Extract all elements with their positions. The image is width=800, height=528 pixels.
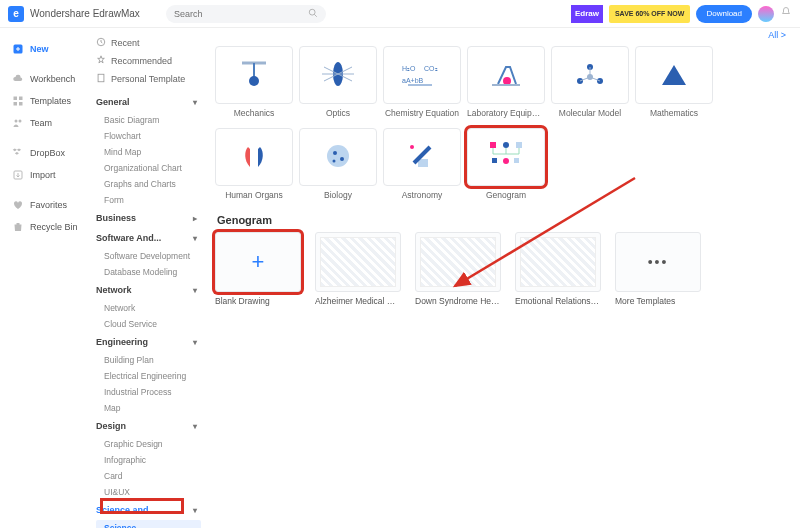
download-button[interactable]: Download bbox=[696, 5, 752, 23]
cat-top-recent[interactable]: Recent bbox=[96, 34, 201, 52]
svg-rect-40 bbox=[490, 142, 496, 148]
category-business[interactable]: Business▸ bbox=[96, 208, 201, 228]
tile-chemistry-equation[interactable]: H₂OCO₂aA+bBChemistry Equation bbox=[383, 46, 461, 118]
tile-box[interactable] bbox=[215, 128, 293, 186]
svg-point-48 bbox=[503, 158, 509, 164]
sidebar-item-favorites[interactable]: Favorites bbox=[12, 194, 90, 216]
subcategory-organizational-chart[interactable]: Organizational Chart bbox=[96, 160, 201, 176]
tile-box[interactable]: H₂OCO₂aA+bB bbox=[383, 46, 461, 104]
subcategory-software-development[interactable]: Software Development bbox=[96, 248, 201, 264]
subcategory-infographic[interactable]: Infographic bbox=[96, 452, 201, 468]
tile-box[interactable] bbox=[467, 46, 545, 104]
subcategory-electrical-engineering[interactable]: Electrical Engineering bbox=[96, 368, 201, 384]
subcategory-card[interactable]: Card bbox=[96, 468, 201, 484]
sidebar-item-dropbox[interactable]: DropBox bbox=[12, 142, 90, 164]
notifications-icon[interactable] bbox=[780, 6, 792, 21]
subcategory-industrial-process[interactable]: Industrial Process bbox=[96, 384, 201, 400]
molecular-model-icon bbox=[572, 59, 608, 91]
template-label: Emotional Relationship Ge... bbox=[515, 296, 601, 306]
tile-box[interactable] bbox=[467, 128, 545, 186]
tile-astronomy[interactable]: Astronomy bbox=[383, 128, 461, 200]
tile-mathematics[interactable]: Mathematics bbox=[635, 46, 713, 118]
category-engineering[interactable]: Engineering▾ bbox=[96, 332, 201, 352]
tile-label: Human Organs bbox=[215, 190, 293, 200]
sidebar-item-import[interactable]: Import bbox=[12, 164, 90, 186]
sidebar-item-label: Workbench bbox=[30, 74, 75, 84]
tile-box[interactable] bbox=[635, 46, 713, 104]
sidebar-item-recycle-bin[interactable]: Recycle Bin bbox=[12, 216, 90, 238]
sidebar-item-workbench[interactable]: Workbench bbox=[12, 68, 90, 90]
template-emotional-relationship-ge-[interactable]: Emotional Relationship Ge... bbox=[515, 232, 601, 306]
template-blank-drawing[interactable]: +Blank Drawing bbox=[215, 232, 301, 306]
tile-box[interactable] bbox=[299, 128, 377, 186]
cat-top-recommended[interactable]: Recommended bbox=[96, 52, 201, 70]
subcategory-flowchart[interactable]: Flowchart bbox=[96, 128, 201, 144]
tile-label: Mathematics bbox=[635, 108, 713, 118]
subcategory-mind-map[interactable]: Mind Map bbox=[96, 144, 201, 160]
sidebar-item-team[interactable]: Team bbox=[12, 112, 90, 134]
template-box[interactable]: + bbox=[215, 232, 301, 292]
sidebar-item-label: Recycle Bin bbox=[30, 222, 78, 232]
tile-human-organs[interactable]: Human Organs bbox=[215, 128, 293, 200]
tile-biology[interactable]: Biology bbox=[299, 128, 377, 200]
subcategory-network[interactable]: Network bbox=[96, 300, 201, 316]
category-science-and-[interactable]: Science and ...▾ bbox=[96, 500, 201, 520]
tile-label: Genogram bbox=[467, 190, 545, 200]
template-box[interactable] bbox=[315, 232, 401, 292]
subcategory-ui-ux[interactable]: UI&UX bbox=[96, 484, 201, 500]
chevron-down-icon: ▾ bbox=[193, 338, 197, 347]
subcategory-graphic-design[interactable]: Graphic Design bbox=[96, 436, 201, 452]
tile-box[interactable] bbox=[551, 46, 629, 104]
tile-genogram[interactable]: Genogram bbox=[467, 128, 545, 200]
tile-laboratory-equipm-[interactable]: Laboratory Equipm... bbox=[467, 46, 545, 118]
grid-icon bbox=[12, 95, 24, 107]
subcategory-form[interactable]: Form bbox=[96, 192, 201, 208]
template-more-templates[interactable]: •••More Templates bbox=[615, 232, 701, 306]
subcategory-graphs-and-charts[interactable]: Graphs and Charts bbox=[96, 176, 201, 192]
sidebar-item-templates[interactable]: Templates bbox=[12, 90, 90, 112]
template-box[interactable] bbox=[415, 232, 501, 292]
template-box[interactable] bbox=[515, 232, 601, 292]
subcategory-science[interactable]: Science bbox=[96, 520, 201, 528]
svg-point-23 bbox=[503, 77, 511, 85]
subcategory-map[interactable]: Map bbox=[96, 400, 201, 416]
svg-point-36 bbox=[333, 160, 336, 163]
search-input[interactable] bbox=[174, 9, 308, 19]
tile-label: Chemistry Equation bbox=[383, 108, 461, 118]
subcategory-cloud-service[interactable]: Cloud Service bbox=[96, 316, 201, 332]
category-general[interactable]: General▾ bbox=[96, 92, 201, 112]
subcategory-database-modeling[interactable]: Database Modeling bbox=[96, 264, 201, 280]
tile-box[interactable] bbox=[299, 46, 377, 104]
sidebar-item-new[interactable]: New bbox=[12, 38, 90, 60]
template-thumbnail bbox=[320, 237, 396, 287]
svg-point-33 bbox=[327, 145, 349, 167]
all-link[interactable]: All > bbox=[768, 30, 786, 40]
template-alzheimer-medical-genogr-[interactable]: Alzheimer Medical Genogr... bbox=[315, 232, 401, 306]
plus-icon bbox=[12, 43, 24, 55]
svg-text:aA+bB: aA+bB bbox=[402, 77, 424, 84]
sidebar-item-label: Templates bbox=[30, 96, 71, 106]
subcategory-basic-diagram[interactable]: Basic Diagram bbox=[96, 112, 201, 128]
template-thumbnail bbox=[520, 237, 596, 287]
template-box[interactable]: ••• bbox=[615, 232, 701, 292]
tile-box[interactable] bbox=[215, 46, 293, 104]
category-software-and-[interactable]: Software And...▾ bbox=[96, 228, 201, 248]
tile-molecular-model[interactable]: Molecular Model bbox=[551, 46, 629, 118]
category-design[interactable]: Design▾ bbox=[96, 416, 201, 436]
search-box[interactable] bbox=[166, 5, 326, 23]
template-down-syndrome-hereditary-[interactable]: Down Syndrome Hereditary... bbox=[415, 232, 501, 306]
tile-mechanics[interactable]: Mechanics bbox=[215, 46, 293, 118]
laboratory-equipm--icon bbox=[488, 59, 524, 91]
topbar: e Wondershare EdrawMax Edraw SAVE 60% OF… bbox=[0, 0, 800, 28]
category-network[interactable]: Network▾ bbox=[96, 280, 201, 300]
svg-point-35 bbox=[340, 157, 344, 161]
svg-point-14 bbox=[249, 76, 259, 86]
avatar[interactable] bbox=[758, 6, 774, 22]
promo-banner[interactable]: Edraw bbox=[571, 5, 603, 23]
tile-optics[interactable]: Optics bbox=[299, 46, 377, 118]
subcategory-building-plan[interactable]: Building Plan bbox=[96, 352, 201, 368]
promo-button[interactable]: SAVE 60% OFF NOW bbox=[609, 5, 691, 23]
cat-top-personal-template[interactable]: Personal Template bbox=[96, 70, 201, 88]
tile-box[interactable] bbox=[383, 128, 461, 186]
svg-rect-11 bbox=[98, 74, 104, 82]
